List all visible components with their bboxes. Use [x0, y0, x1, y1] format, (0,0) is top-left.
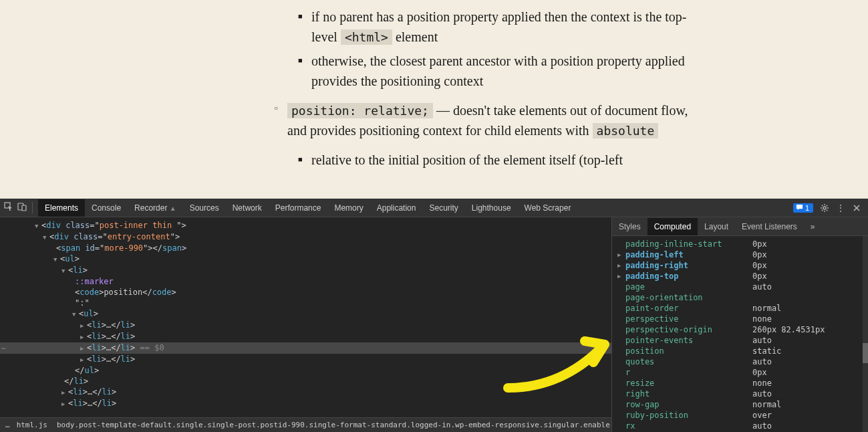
doc-list-item: otherwise, the closest parent ancestor w… [311, 51, 688, 91]
tab-layout[interactable]: Layout [698, 218, 735, 235]
scrollbar-thumb[interactable] [863, 343, 868, 363]
tree-row[interactable]: <code>position</code> [0, 287, 611, 298]
expand-icon [617, 421, 625, 431]
tree-row[interactable]: ▼<li> [0, 265, 611, 276]
tab-computed[interactable]: Computed [647, 218, 698, 235]
expand-icon [617, 282, 625, 292]
tree-row[interactable]: ▶<li>…</li> [0, 354, 611, 365]
computed-property-row[interactable]: ▶padding-top0px [617, 271, 863, 282]
tree-row[interactable]: <span id="more-990"></span> [0, 243, 611, 253]
tab-security[interactable]: Security [422, 199, 464, 217]
computed-property-row[interactable]: ▶padding-right0px [617, 260, 863, 271]
tab-console[interactable]: Console [85, 199, 128, 217]
more-icon[interactable]: ⋮ [836, 203, 845, 213]
expand-icon[interactable]: ▶ [617, 249, 625, 260]
computed-property-row[interactable]: r0px [617, 367, 863, 378]
expand-icon [617, 399, 625, 410]
tab-sources[interactable]: Sources [183, 199, 226, 217]
expand-icon[interactable]: ▶ [617, 271, 625, 282]
breadcrumb-ellipsis: … [5, 420, 10, 431]
scrollbar-track[interactable] [863, 236, 868, 432]
tree-row[interactable]: </ul> [0, 365, 611, 376]
tab-recorder[interactable]: Recorder ▲ [128, 199, 183, 217]
computed-property-name: padding-inline-start [625, 239, 752, 249]
breadcrumb-item[interactable]: html.js [17, 420, 47, 431]
computed-property-row[interactable]: perspectivenone [617, 314, 863, 324]
expand-icon [617, 410, 625, 421]
computed-property-name: padding-right [625, 260, 752, 271]
page-content: if no parent has a position property app… [0, 7, 868, 205]
computed-property-name: row-gap [625, 399, 752, 410]
computed-property-row[interactable]: ▶padding-left0px [617, 249, 863, 260]
expand-icon[interactable]: ▶ [617, 260, 625, 271]
computed-property-value: none [752, 314, 772, 324]
breadcrumb-item[interactable]: body.post-template-default.single.single… [57, 420, 611, 431]
tree-row[interactable]: ▼<div class="post-inner thin "> [0, 220, 611, 231]
computed-property-row[interactable]: rightauto [617, 389, 863, 399]
computed-property-value: over [752, 410, 772, 421]
tab-lighthouse[interactable]: Lighthouse [465, 199, 518, 217]
computed-property-row[interactable]: quotesauto [617, 356, 863, 367]
computed-property-value: auto [752, 282, 772, 292]
inspect-element-icon[interactable] [4, 202, 13, 213]
tab-memory[interactable]: Memory [327, 199, 370, 217]
more-tabs-icon[interactable]: » [804, 218, 822, 235]
computed-property-name: quotes [625, 356, 752, 367]
gear-icon[interactable] [820, 203, 829, 213]
tree-row[interactable]: ▼<ul> [0, 308, 611, 320]
tree-row[interactable]: ::marker [0, 276, 611, 287]
computed-property-value: none [752, 378, 772, 389]
expand-icon [617, 356, 625, 367]
computed-property-value: 0px [752, 367, 767, 378]
computed-property-name: rx [625, 421, 752, 431]
tree-row-selected[interactable]: ▶<li>…</li> == $0 [0, 342, 611, 354]
tree-row[interactable]: ▶<li>…</li> [0, 331, 611, 342]
computed-property-row[interactable]: page-orientation [617, 292, 863, 303]
tab-styles[interactable]: Styles [612, 218, 647, 235]
tab-elements[interactable]: Elements [38, 199, 85, 217]
doc-text: element [396, 29, 438, 44]
tab-event-listeners[interactable]: Event Listeners [735, 218, 804, 235]
computed-property-row[interactable]: rxauto [617, 421, 863, 431]
tab-application[interactable]: Application [370, 199, 423, 217]
computed-property-row[interactable]: paint-ordernormal [617, 303, 863, 314]
computed-property-name: perspective [625, 314, 752, 324]
computed-property-row[interactable]: pointer-eventsauto [617, 335, 863, 346]
tab-webscraper[interactable]: Web Scraper [518, 199, 578, 217]
expand-icon [617, 346, 625, 356]
elements-tree[interactable]: ▼<div class="post-inner thin "> ▼<div cl… [0, 217, 611, 432]
toggle-device-icon[interactable] [17, 202, 27, 213]
computed-property-name: perspective-origin [625, 324, 752, 335]
computed-property-value: normal [752, 399, 781, 410]
styles-side-panel: Styles Computed Layout Event Listeners »… [611, 217, 868, 432]
computed-property-row[interactable]: pageauto [617, 282, 863, 292]
expand-icon [617, 292, 625, 303]
tree-row[interactable]: ▶<li>…</li> [0, 398, 611, 409]
tree-row[interactable]: ▼<div class="entry-content"> [0, 231, 611, 243]
devtools-panel: Elements Console Recorder ▲ Sources Netw… [0, 199, 868, 432]
computed-property-row[interactable]: positionstatic [617, 346, 863, 356]
computed-property-row[interactable]: row-gapnormal [617, 399, 863, 410]
computed-property-row[interactable]: perspective-origin260px 82.4531px [617, 324, 863, 335]
computed-property-name: padding-top [625, 271, 752, 282]
computed-property-row[interactable]: padding-inline-start0px [617, 239, 863, 249]
tab-network[interactable]: Network [226, 199, 269, 217]
computed-property-row[interactable]: resizenone [617, 378, 863, 389]
close-icon[interactable] [852, 203, 861, 213]
breadcrumb[interactable]: … html.js body.post-template-default.sin… [0, 417, 611, 432]
tree-row[interactable]: </li> [0, 376, 611, 387]
tree-row[interactable]: ▼<ul> [0, 253, 611, 265]
doc-code-html: <html> [341, 29, 392, 45]
messages-badge[interactable]: 1 [793, 203, 813, 213]
computed-property-value: 0px [752, 271, 767, 282]
computed-property-value: 0px [752, 239, 767, 249]
tree-row[interactable]: ":" [0, 298, 611, 308]
messages-count: 1 [805, 204, 809, 212]
computed-property-row[interactable]: ruby-positionover [617, 410, 863, 421]
doc-list-item: relative to the initial position of the … [311, 150, 688, 170]
tree-row[interactable]: ▶<li>…</li> [0, 320, 611, 331]
tree-row[interactable]: ▶<li>…</li> [0, 387, 611, 398]
expand-icon [617, 324, 625, 335]
tab-performance[interactable]: Performance [269, 199, 328, 217]
computed-properties-list[interactable]: padding-inline-start0px▶padding-left0px▶… [612, 236, 868, 432]
